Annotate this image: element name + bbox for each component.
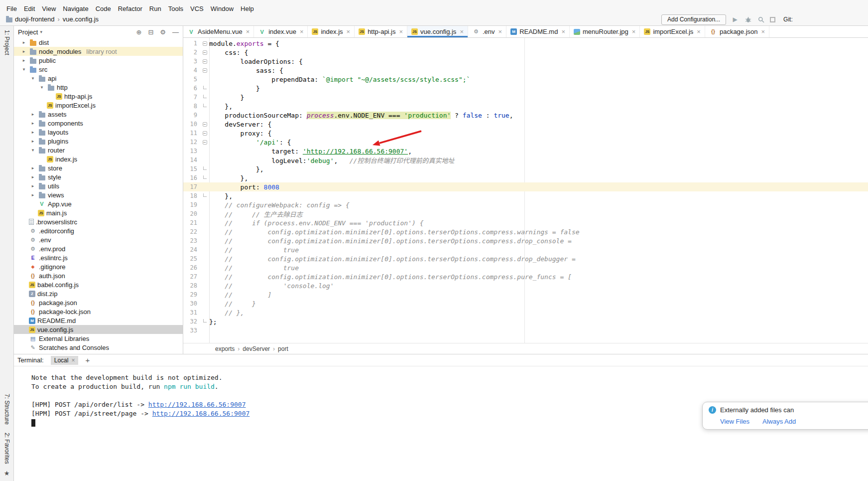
tree-item-importexcel-js[interactable]: JSimportExcel.js [14, 101, 183, 110]
fold-marker-icon[interactable]: − [200, 41, 209, 46]
chevron-down-icon[interactable]: ▾ [39, 85, 45, 90]
hide-panel-icon[interactable]: — [172, 28, 179, 36]
chevron-right-icon[interactable]: ▸ [21, 58, 27, 63]
stripe-button-1-project[interactable]: 1: Project [3, 30, 10, 55]
menu-item-edit[interactable]: Edit [20, 5, 38, 12]
tab-close-icon[interactable]: × [399, 28, 403, 35]
stop-icon[interactable] [770, 17, 775, 22]
chevron-down-icon[interactable]: ▾ [30, 148, 36, 153]
code-line-21[interactable]: 21 // if (process.env.NODE_ENV === 'prod… [183, 218, 868, 227]
run-icon[interactable]: ▶ [731, 16, 739, 23]
tab-close-icon[interactable]: × [347, 28, 351, 35]
tree-item-dist[interactable]: ▸dist [14, 38, 183, 47]
tab-close-icon[interactable]: × [697, 28, 701, 35]
tree-item-dist-zip[interactable]: Zdist.zip [14, 289, 183, 298]
fold-collapse-icon[interactable]: − [203, 41, 207, 46]
code-line-24[interactable]: 24 // true [183, 245, 868, 254]
chevron-down-icon[interactable]: ▾ [30, 76, 36, 81]
tab-http-api-js[interactable]: JShttp-api.js× [355, 26, 407, 37]
tree-item-src[interactable]: ▾src [14, 65, 183, 74]
tab-close-icon[interactable]: × [300, 28, 304, 35]
fold-collapse-icon[interactable]: − [203, 50, 207, 55]
tree-item-browserslistrc[interactable]: .browserslistrc [14, 217, 183, 226]
code-line-27[interactable]: 27 // config.optimization.minimizer[0].o… [183, 272, 868, 281]
chevron-right-icon[interactable]: ▸ [21, 40, 27, 45]
breadcrumb-project[interactable]: duoji-frontend [15, 15, 55, 23]
code-line-12[interactable]: 12− '/api': { [183, 138, 868, 147]
chevron-right-icon[interactable]: ▸ [30, 192, 36, 197]
menu-item-refactor[interactable]: Refactor [115, 5, 146, 12]
code-area[interactable]: 1−module.exports = {2− css: {3− loaderOp… [183, 38, 868, 343]
breadcrumb-file[interactable]: vue.config.js [63, 15, 99, 23]
fold-marker-icon[interactable] [200, 193, 209, 199]
breadcrumb-port[interactable]: port [277, 345, 289, 352]
tree-item-assets[interactable]: ▸assets [14, 110, 183, 119]
new-terminal-button[interactable]: + [85, 356, 90, 364]
code-line-23[interactable]: 23 // config.optimization.minimizer[0].o… [183, 236, 868, 245]
code-line-15[interactable]: 15 }, [183, 164, 868, 173]
project-panel-title[interactable]: Project [18, 28, 38, 36]
code-line-7[interactable]: 7 } [183, 93, 868, 102]
tab-package-json[interactable]: {}package.json× [705, 26, 769, 37]
tree-item-vue-config-js[interactable]: JSvue.config.js [14, 325, 183, 334]
fold-marker-icon[interactable] [200, 175, 209, 181]
tab-asidemenu-vue[interactable]: VAsideMenu.vue× [183, 26, 254, 37]
chevron-right-icon[interactable]: ▸ [30, 130, 36, 135]
tree-item-eslintrc-js[interactable]: E.eslintrc.js [14, 253, 183, 262]
tree-item-http[interactable]: ▾http [14, 83, 183, 92]
tree-item-http-api-js[interactable]: JShttp-api.js [14, 92, 183, 101]
tree-item-external-libraries[interactable]: ▤External Libraries [14, 334, 183, 343]
terminal-link[interactable]: http://192.168.66.56:9007 [152, 410, 250, 417]
chevron-right-icon[interactable]: ▸ [21, 49, 27, 54]
tree-item-env[interactable]: ⚙.env [14, 235, 183, 244]
search-icon[interactable] [757, 16, 765, 23]
code-line-33[interactable]: 33 [183, 326, 868, 335]
fold-collapse-icon[interactable]: − [203, 59, 207, 64]
tree-item-node-modules[interactable]: ▸node_moduleslibrary root [14, 47, 183, 56]
fold-marker-icon[interactable] [200, 95, 209, 100]
code-line-31[interactable]: 31 // }, [183, 308, 868, 317]
tree-item-app-vue[interactable]: VApp.vue [14, 199, 183, 208]
code-line-32[interactable]: 32}; [183, 317, 868, 326]
tree-item-utils[interactable]: ▸utils [14, 181, 183, 190]
fold-collapse-icon[interactable]: − [203, 131, 207, 136]
breadcrumb-exports[interactable]: exports [214, 345, 236, 352]
tree-item-views[interactable]: ▸views [14, 190, 183, 199]
tab-index-js[interactable]: JSindex.js× [308, 26, 355, 37]
code-line-18[interactable]: 18 }, [183, 191, 868, 200]
add-configuration-button[interactable]: Add Configuration... [661, 14, 726, 25]
tab-vue-config-js[interactable]: JSvue.config.js× [407, 26, 468, 37]
locate-file-icon[interactable]: ⊕ [136, 28, 142, 36]
menu-item-code[interactable]: Code [92, 5, 115, 12]
fold-marker-icon[interactable]: − [200, 131, 209, 136]
code-line-25[interactable]: 25 // config.optimization.minimizer[0].o… [183, 254, 868, 263]
code-line-29[interactable]: 29 // ] [183, 290, 868, 299]
chevron-down-icon[interactable]: ▾ [40, 29, 42, 34]
code-line-30[interactable]: 30 // } [183, 299, 868, 308]
tree-item-store[interactable]: ▸store [14, 163, 183, 172]
tree-item-main-js[interactable]: JSmain.js [14, 208, 183, 217]
menu-item-tools[interactable]: Tools [165, 5, 187, 12]
fold-marker-icon[interactable]: − [200, 59, 209, 64]
terminal-tab-local[interactable]: Local × [51, 356, 79, 365]
code-line-22[interactable]: 22 // config.optimization.minimizer[0].o… [183, 227, 868, 236]
fold-collapse-icon[interactable]: − [203, 68, 207, 73]
fold-marker-icon[interactable] [200, 86, 209, 91]
chevron-right-icon[interactable]: ▸ [30, 112, 36, 117]
notification-action-view-files[interactable]: View Files [720, 418, 749, 425]
menu-item-vcs[interactable]: VCS [187, 5, 207, 12]
tab-close-icon[interactable]: × [761, 28, 765, 35]
settings-gear-icon[interactable]: ⚙ [160, 28, 166, 36]
code-line-13[interactable]: 13 target: 'http://192.168.66.56:9007', [183, 147, 868, 156]
code-line-28[interactable]: 28 // 'console.log' [183, 281, 868, 290]
chevron-right-icon[interactable]: ▸ [30, 174, 36, 179]
menu-item-navigate[interactable]: Navigate [59, 5, 92, 12]
tree-item-public[interactable]: ▸public [14, 56, 183, 65]
fold-marker-icon[interactable]: − [200, 140, 209, 145]
code-line-19[interactable]: 19 // configureWebpack: config => { [183, 200, 868, 209]
code-line-11[interactable]: 11− proxy: { [183, 129, 868, 138]
tab-importexcel-js[interactable]: JSimportExcel.js× [640, 26, 705, 37]
code-line-2[interactable]: 2− css: { [183, 48, 868, 57]
terminal-link[interactable]: http://192.168.66.56:9007 [148, 401, 246, 408]
chevron-down-icon[interactable]: ▾ [21, 67, 27, 72]
